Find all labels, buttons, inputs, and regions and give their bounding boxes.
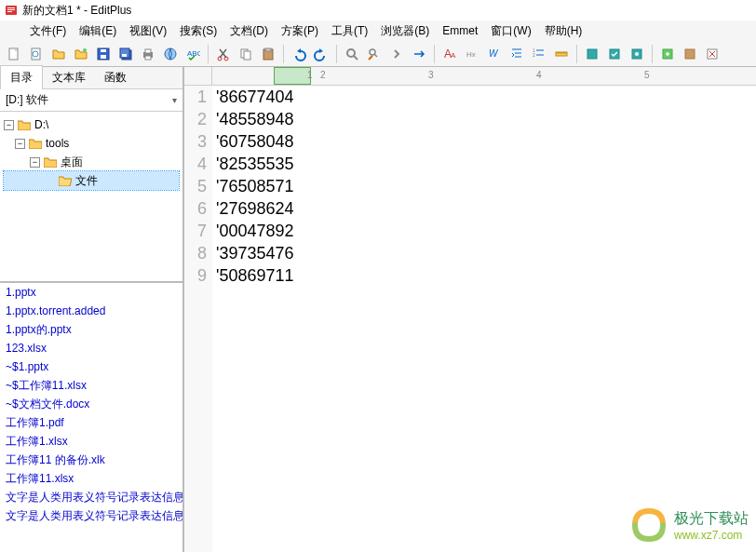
tree-node-desktop[interactable]: − 桌面 xyxy=(4,153,179,171)
editor-panel: 1 2 3 4 5 1 2 3 4 5 6 7 8 9 '86677404 '4… xyxy=(184,67,756,552)
file-item[interactable]: 工作簿11.xlsx xyxy=(0,469,182,488)
line-number: 4 xyxy=(184,153,207,175)
line-number: 7 xyxy=(184,220,207,242)
svg-text:2: 2 xyxy=(533,52,535,58)
find-arrow-icon[interactable] xyxy=(386,44,407,64)
menu-window[interactable]: 窗口(W) xyxy=(487,21,534,41)
gutter: 1 2 3 4 5 6 7 8 9 xyxy=(184,86,212,552)
menu-edit[interactable]: 编辑(E) xyxy=(75,21,120,41)
menu-file[interactable]: 文件(F) xyxy=(26,21,70,41)
new-file-icon[interactable] xyxy=(4,44,24,64)
tree-label: 桌面 xyxy=(61,155,83,170)
tool1-icon[interactable] xyxy=(657,44,678,64)
tree-node-root[interactable]: − D:\ xyxy=(4,115,179,134)
menu-document[interactable]: 文档(D) xyxy=(226,21,272,41)
file-item[interactable]: ~$工作簿11.xlsx xyxy=(0,376,182,395)
collapse-icon[interactable]: − xyxy=(15,139,25,149)
svg-rect-15 xyxy=(145,49,151,53)
hex-icon[interactable]: Hx xyxy=(462,44,482,64)
browser-icon[interactable] xyxy=(160,44,181,64)
indent-icon[interactable] xyxy=(506,44,527,64)
menu-view[interactable]: 视图(V) xyxy=(126,21,170,41)
ruler-tick: 1 xyxy=(212,70,320,80)
new-html-icon[interactable] xyxy=(26,44,47,64)
find-icon[interactable] xyxy=(342,44,362,64)
tool2-icon[interactable] xyxy=(680,44,700,64)
linenum-icon[interactable]: 12 xyxy=(529,44,549,64)
file-item[interactable]: 1.pptx xyxy=(0,283,182,302)
tab-directory[interactable]: 目录 xyxy=(0,65,43,90)
file-item[interactable]: 123.xlsx xyxy=(0,339,182,357)
left-tabs: 目录 文本库 函数 xyxy=(0,67,182,89)
print-icon[interactable] xyxy=(138,44,158,64)
paste-icon[interactable] xyxy=(258,44,278,64)
open-remote-icon[interactable] xyxy=(71,44,91,64)
ruler-tick: 2 xyxy=(320,70,428,80)
menu-emmet[interactable]: Emmet xyxy=(439,22,481,39)
menu-browser[interactable]: 浏览器(B) xyxy=(377,21,433,41)
ruler-icon[interactable] xyxy=(551,44,572,64)
file-item[interactable]: 文字是人类用表义符号记录表达信息 xyxy=(0,488,182,506)
svg-point-17 xyxy=(165,48,176,60)
collapse-icon[interactable]: − xyxy=(4,120,14,130)
ruler-tick: 3 xyxy=(428,70,536,80)
code-line: '39735476 xyxy=(216,242,756,264)
file-item[interactable]: ~$文档文件.docx xyxy=(0,395,182,413)
svg-point-37 xyxy=(635,52,639,56)
open-icon[interactable] xyxy=(48,44,69,64)
drive-label: [D:] 软件 xyxy=(6,92,48,108)
toolbar: ABC AA Hx W 12 xyxy=(0,41,756,67)
file-item[interactable]: 工作簿11 的备份.xlk xyxy=(0,451,182,469)
file-item[interactable]: 1.pptx的.pptx xyxy=(0,320,182,339)
code-line: '50869711 xyxy=(216,264,756,287)
save-all-icon[interactable] xyxy=(115,44,136,64)
line-number: 3 xyxy=(184,130,207,153)
tab-cliptext[interactable]: 文本库 xyxy=(43,66,95,89)
app-icon xyxy=(4,3,19,18)
code-line: '76508571 xyxy=(216,175,756,197)
cut-icon[interactable] xyxy=(213,44,234,64)
replace-icon[interactable] xyxy=(364,44,385,64)
code-area[interactable]: '86677404 '48558948 '60758048 '82535535 … xyxy=(212,86,756,552)
svg-point-7 xyxy=(83,48,87,52)
watermark-url: www.xz7.com xyxy=(674,529,749,542)
spellcheck-icon[interactable]: ABC xyxy=(182,44,203,64)
menu-project[interactable]: 方案(P) xyxy=(277,21,322,41)
folder-tree: − D:\ − tools − 桌面 文件 xyxy=(0,112,182,283)
file-item[interactable]: 工作簿1.pdf xyxy=(0,413,182,432)
svg-text:A: A xyxy=(451,51,456,60)
tool3-icon[interactable] xyxy=(702,44,722,64)
tree-node-tools[interactable]: − tools xyxy=(4,134,179,153)
bookmark2-icon[interactable] xyxy=(604,44,625,64)
menu-tools[interactable]: 工具(T) xyxy=(328,21,371,41)
collapse-icon[interactable]: − xyxy=(30,157,40,168)
tree-node-files[interactable]: 文件 xyxy=(4,171,179,190)
svg-rect-39 xyxy=(685,49,695,59)
menu-search[interactable]: 搜索(S) xyxy=(176,21,221,41)
file-item[interactable]: ~$1.pptx xyxy=(0,357,182,376)
title-bar: 新的文档1 * - EditPlus xyxy=(0,0,756,20)
menu-help[interactable]: 帮助(H) xyxy=(541,21,587,41)
file-item[interactable]: 文字是人类用表义符号记录表达信息 xyxy=(0,506,182,525)
goto-icon[interactable] xyxy=(409,44,429,64)
bookmark3-icon[interactable] xyxy=(627,44,647,64)
font-icon[interactable]: AA xyxy=(439,44,460,64)
code-line: '82535535 xyxy=(216,153,756,175)
tab-functions[interactable]: 函数 xyxy=(95,66,136,89)
line-number: 5 xyxy=(184,175,207,197)
save-icon[interactable] xyxy=(93,44,114,64)
svg-rect-24 xyxy=(265,48,271,51)
editor[interactable]: 1 2 3 4 5 6 7 8 9 '86677404 '48558948 '6… xyxy=(184,86,756,552)
tree-label: 文件 xyxy=(75,173,98,189)
wordwrap-icon[interactable]: W xyxy=(484,44,505,64)
file-item[interactable]: 工作簿1.xlsx xyxy=(0,432,182,451)
ruler: 1 2 3 4 5 xyxy=(184,67,756,86)
copy-icon[interactable] xyxy=(236,44,256,64)
redo-icon[interactable] xyxy=(311,44,331,64)
folder-icon xyxy=(44,156,57,168)
watermark: 极光下载站 www.xz7.com xyxy=(629,505,749,545)
bookmark-icon[interactable] xyxy=(582,44,602,64)
file-item[interactable]: 1.pptx.torrent.added xyxy=(0,302,182,320)
undo-icon[interactable] xyxy=(289,44,309,64)
drive-dropdown[interactable]: [D:] 软件 ▾ xyxy=(0,89,182,112)
